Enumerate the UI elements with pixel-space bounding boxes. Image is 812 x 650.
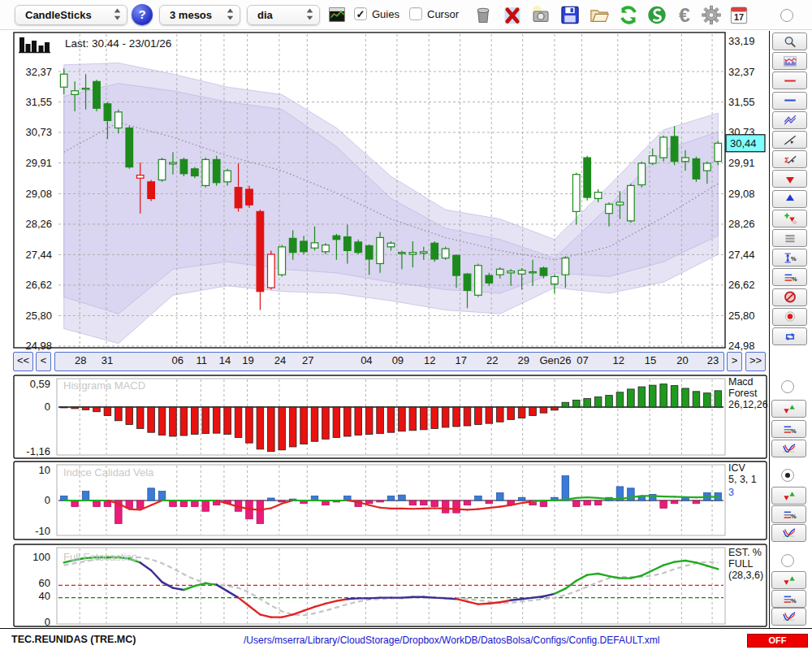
- macd-panel: 0,590-1,16Histgrama MACDMacdForest26,12,…: [14, 375, 768, 458]
- sync-icon[interactable]: [646, 4, 668, 26]
- levels-percent-icon-panel1[interactable]: %: [771, 505, 806, 523]
- svg-text:27,44: 27,44: [728, 249, 755, 261]
- svg-text:5, 3, 1: 5, 3, 1: [728, 474, 757, 485]
- chart-type-select[interactable]: CandleSticks: [15, 5, 127, 25]
- svg-text:25,80: 25,80: [728, 310, 755, 322]
- period-select[interactable]: 3 mesos: [159, 5, 240, 25]
- curve-icon-panel1[interactable]: [771, 524, 806, 542]
- date-tick-20: 20: [676, 354, 688, 366]
- curve-icon-panel0[interactable]: [771, 440, 806, 457]
- guies-checkbox-box[interactable]: [354, 7, 367, 20]
- svg-text:24,98: 24,98: [728, 340, 755, 352]
- date-tick-23: 23: [707, 354, 719, 366]
- arrows-icon-panel2[interactable]: [771, 571, 806, 589]
- guies-label: Guies: [372, 8, 400, 20]
- blue-line-icon[interactable]: [772, 92, 807, 110]
- svg-text:31,55: 31,55: [728, 96, 755, 108]
- trendline-icon[interactable]: [772, 131, 807, 149]
- chevron-updown-icon: [305, 7, 314, 24]
- date-tick-12: 12: [424, 354, 435, 366]
- cursor-checkbox-box[interactable]: [409, 7, 422, 20]
- icv-panel: 100-10Indice Calidad VelaICV5, 3, 13: [14, 462, 767, 540]
- arrows-icon-panel1[interactable]: [771, 487, 806, 505]
- refresh-icon[interactable]: [617, 4, 640, 26]
- trash-icon[interactable]: [472, 4, 495, 26]
- euro-icon[interactable]: €: [673, 4, 696, 26]
- forbidden-icon[interactable]: [772, 288, 807, 306]
- app-window: CandleSticks ? 3 mesos dia Guies Cursor …: [0, 0, 812, 650]
- range-percent-icon[interactable]: %: [772, 249, 807, 266]
- stochastic-panel: 10060400Full EstocasticoEST. %FULL(28,3,…: [14, 544, 767, 628]
- channel-icon[interactable]: [772, 111, 807, 129]
- date-tick-22: 22: [486, 354, 498, 366]
- timeframe-value: dia: [257, 9, 305, 21]
- timeframe-select[interactable]: dia: [247, 5, 320, 25]
- cursor-checkbox[interactable]: Cursor: [409, 7, 459, 20]
- svg-text:33,19: 33,19: [728, 35, 755, 47]
- svg-text:29,08: 29,08: [728, 188, 755, 200]
- price-chart: 32,3732,3731,5531,5530,7330,7329,9129,91…: [14, 32, 765, 352]
- svg-text:0: 0: [45, 616, 50, 628]
- date-tick-19: 19: [242, 354, 253, 366]
- arrows-icon-panel0[interactable]: [771, 400, 806, 418]
- toolbar: CandleSticks ? 3 mesos dia Guies Cursor …: [0, 0, 812, 30]
- symbol-label: TEC.REUNIDAS (TRE.MC): [11, 634, 136, 645]
- gear-icon[interactable]: [700, 4, 723, 26]
- svg-text:28,26: 28,26: [728, 218, 755, 230]
- levels-percent-icon[interactable]: %: [772, 268, 807, 286]
- zoom-icon[interactable]: [772, 32, 807, 50]
- nav-last-button[interactable]: >>: [745, 352, 766, 371]
- svg-text:%: %: [791, 427, 797, 434]
- chart-type-value: CandleSticks: [25, 9, 113, 21]
- date-tick-Gen26: Gen26: [539, 354, 571, 366]
- svg-text:%: %: [792, 275, 797, 283]
- levels-percent-icon-panel0[interactable]: %: [771, 420, 806, 438]
- calendar-icon[interactable]: 17: [728, 4, 750, 26]
- nav-first-button[interactable]: <<: [13, 352, 33, 371]
- svg-text:-1,16: -1,16: [26, 445, 50, 457]
- toolbar-radio[interactable]: [780, 9, 793, 22]
- arrow-up-icon[interactable]: [772, 190, 807, 208]
- open-folder-icon[interactable]: [588, 4, 611, 26]
- delete-x-icon[interactable]: [501, 4, 524, 26]
- svg-text:100: 100: [32, 551, 50, 563]
- chart-window-icon[interactable]: [326, 6, 348, 24]
- levels-percent-icon-panel2[interactable]: %: [771, 590, 806, 608]
- camera-icon[interactable]: [529, 4, 552, 26]
- date-tick-15: 15: [645, 354, 656, 366]
- svg-text:30,73: 30,73: [25, 126, 52, 138]
- date-axis-strip: 2831061114192427040912172229Gen260712152…: [54, 352, 724, 371]
- swap-icon[interactable]: [772, 327, 807, 345]
- svg-text:0,59: 0,59: [30, 378, 50, 390]
- svg-text:29,91: 29,91: [25, 157, 52, 169]
- svg-text:24,98: 24,98: [25, 340, 52, 352]
- add-marker-icon[interactable]: [772, 210, 807, 228]
- panel-separator: [769, 31, 770, 628]
- date-tick-24: 24: [274, 354, 286, 366]
- help-button[interactable]: ?: [132, 4, 153, 25]
- svg-text:ICV: ICV: [728, 462, 746, 474]
- svg-text:29,08: 29,08: [25, 188, 52, 200]
- list-icon[interactable]: [772, 229, 807, 247]
- svg-text:60: 60: [39, 577, 50, 589]
- date-tick-27: 27: [302, 354, 313, 366]
- svg-text:EST. %: EST. %: [728, 547, 762, 558]
- off-button[interactable]: OFF: [747, 634, 808, 648]
- guies-checkbox[interactable]: Guies: [354, 7, 400, 20]
- svg-text:26,62: 26,62: [728, 279, 755, 291]
- arrow-down-icon[interactable]: [772, 170, 807, 188]
- save-icon[interactable]: [559, 4, 581, 26]
- indicator-chart-icon[interactable]: [772, 52, 807, 70]
- record-icon[interactable]: [772, 308, 807, 326]
- nav-next-button[interactable]: >: [727, 352, 742, 371]
- svg-text:31,55: 31,55: [25, 96, 52, 108]
- red-line-icon[interactable]: [772, 72, 807, 89]
- last-price-label: Last: 30.44 - 23/01/26: [65, 37, 171, 50]
- sum-trendline-icon[interactable]: Σ: [772, 150, 807, 168]
- chevron-updown-icon: [113, 7, 122, 24]
- svg-text:26,62: 26,62: [25, 279, 52, 291]
- curve-icon-panel2[interactable]: [771, 608, 806, 626]
- date-tick-09: 09: [392, 354, 404, 366]
- svg-text:26,12,26: 26,12,26: [728, 399, 768, 410]
- nav-prev-button[interactable]: <: [36, 352, 51, 371]
